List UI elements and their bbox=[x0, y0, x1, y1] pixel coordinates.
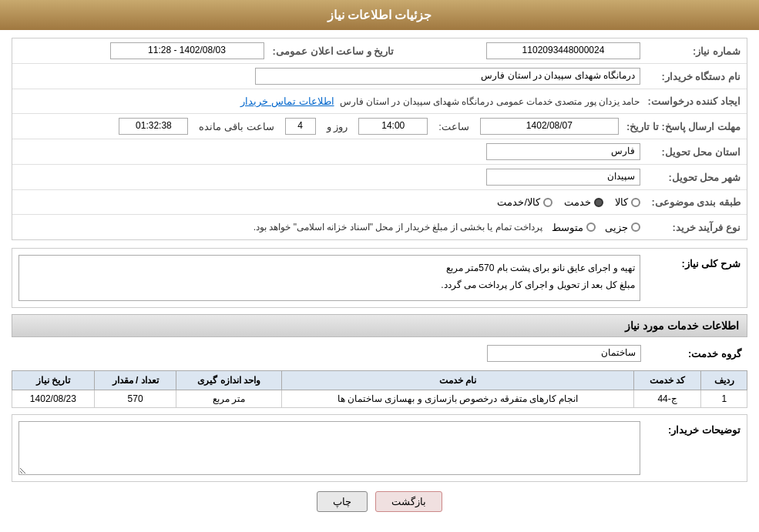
deadline-time-fields: 1402/08/07 ساعت: 14:00 روز و 4 ساعت باقی… bbox=[119, 118, 618, 135]
category-service-label: خدمت bbox=[564, 196, 591, 208]
need-number-label: شماره نیاز: bbox=[640, 45, 741, 57]
table-row: 1 ج-44 انجام کارهای متفرقه درخصوص بازساز… bbox=[12, 390, 747, 408]
category-radio-group: کالا خدمت کالا/خدمت bbox=[497, 196, 640, 208]
description-line2: مبلغ کل بعد از تحویل و اجراى کار پرداخت … bbox=[24, 277, 635, 294]
category-goods-service-radio[interactable] bbox=[543, 198, 552, 207]
page-title: جزئیات اطلاعات نیاز bbox=[327, 8, 432, 22]
buyer-org-label: نام دستگاه خریدار: bbox=[640, 71, 741, 82]
category-goods-radio[interactable] bbox=[631, 198, 640, 207]
city-label: شهر محل تحویل: bbox=[640, 172, 741, 183]
services-table: ردیف کد خدمت نام خدمت واحد اندازه گیری ت… bbox=[12, 370, 747, 408]
need-number-value-cell: 1102093448000024 bbox=[395, 42, 641, 59]
deadline-remaining-field: 01:32:38 bbox=[119, 118, 188, 135]
description-content: تهیه و اجراى عایق نانو براى پشت بام 570م… bbox=[18, 255, 640, 301]
purchase-note-text: پرداخت تمام یا بخشی از مبلغ خریدار از مح… bbox=[254, 222, 542, 233]
announcement-value-cell: 1402/08/03 - 11:28 bbox=[18, 42, 264, 59]
info-section: شماره نیاز: 1102093448000024 تاریخ و ساع… bbox=[12, 38, 747, 240]
group-service-label: گروه خدمت: bbox=[641, 348, 741, 360]
services-title: اطلاعات خدمات مورد نیاز bbox=[625, 320, 739, 332]
cell-row-num: 1 bbox=[701, 390, 747, 408]
group-service-field: ساختمان bbox=[487, 345, 641, 362]
announcement-label: تاریخ و ساعت اعلان عمومی: bbox=[264, 45, 395, 57]
city-field: سپیدان bbox=[486, 169, 640, 186]
page-container: جزئیات اطلاعات نیاز شماره نیاز: 11020934… bbox=[0, 0, 759, 532]
deadline-remaining-label-text: ساعت باقی مانده bbox=[199, 121, 274, 132]
purchase-type-medium-item[interactable]: متوسط bbox=[552, 222, 596, 233]
deadline-date-field: 1402/08/07 bbox=[480, 118, 619, 135]
province-field: فارس bbox=[486, 143, 640, 160]
back-button[interactable]: بازگشت bbox=[375, 491, 442, 512]
description-section: شرح کلی نیاز: تهیه و اجراى عایق نانو برا… bbox=[12, 248, 747, 308]
purchase-type-value-cell: جزیی متوسط پرداخت تمام یا بخشی از مبلغ خ… bbox=[18, 222, 640, 233]
col-service-code: کد خدمت bbox=[633, 371, 701, 390]
col-quantity: تعداد / مقدار bbox=[94, 371, 176, 390]
category-goods-item[interactable]: کالا bbox=[615, 196, 640, 208]
contact-info-link[interactable]: اطلاعات تماس خریدار bbox=[240, 95, 334, 107]
purchase-medium-radio[interactable] bbox=[586, 223, 596, 232]
creator-row: ایجاد کننده درخواست: حامد یزدان پور متصد… bbox=[12, 89, 747, 114]
creator-value-cell: حامد یزدان پور متصدی خدمات عمومی درمانگا… bbox=[18, 95, 640, 107]
category-label: طبقه بندی موضوعی: bbox=[640, 196, 741, 208]
province-row: استان محل تحویل: فارس bbox=[12, 139, 747, 165]
page-header: جزئیات اطلاعات نیاز bbox=[0, 0, 759, 30]
cell-service-code: ج-44 bbox=[633, 390, 701, 408]
table-header-row: ردیف کد خدمت نام خدمت واحد اندازه گیری ت… bbox=[12, 371, 747, 390]
deadline-days-label: روز و bbox=[327, 121, 348, 132]
need-number-row: شماره نیاز: 1102093448000024 تاریخ و ساع… bbox=[12, 38, 747, 64]
buyer-org-field: درمانگاه شهداى سپیدان در استان فارس bbox=[255, 68, 640, 85]
category-service-item[interactable]: خدمت bbox=[564, 196, 603, 208]
deadline-value-cell: 1402/08/07 ساعت: 14:00 روز و 4 ساعت باقی… bbox=[18, 118, 619, 135]
cell-unit: متر مربع bbox=[176, 390, 282, 408]
cell-quantity: 570 bbox=[94, 390, 176, 408]
category-row: طبقه بندی موضوعی: کالا خدمت bbox=[12, 190, 747, 215]
deadline-row: مهلت ارسال پاسخ: تا تاریخ: 1402/08/07 سا… bbox=[12, 114, 747, 139]
deadline-time-label: ساعت: bbox=[438, 121, 469, 132]
col-date: تاریخ نیاز bbox=[12, 371, 95, 390]
cell-date: 1402/08/23 bbox=[12, 390, 95, 408]
purchase-type-row: نوع فرآیند خرید: جزیی متوسط پرداخت تمام … bbox=[12, 215, 747, 239]
description-title: شرح کلی نیاز: bbox=[640, 255, 741, 269]
creator-text: حامد یزدان پور متصدی خدمات عمومی درمانگا… bbox=[340, 96, 640, 107]
cell-service-name: انجام کارهای متفرقه درخصوص بازسازی و بهس… bbox=[282, 390, 634, 408]
deadline-days-field: 4 bbox=[285, 118, 316, 135]
buyer-note-label: توضیحات خریدار: bbox=[640, 421, 741, 436]
category-value-cell: کالا خدمت کالا/خدمت bbox=[18, 196, 640, 208]
print-button[interactable]: چاپ bbox=[317, 491, 368, 512]
purchase-type-options: جزیی متوسط پرداخت تمام یا بخشی از مبلغ خ… bbox=[254, 222, 640, 233]
main-content: شماره نیاز: 1102093448000024 تاریخ و ساع… bbox=[0, 30, 759, 529]
province-label: استان محل تحویل: bbox=[640, 146, 741, 158]
category-goods-service-label: کالا/خدمت bbox=[497, 196, 540, 208]
description-line1: تهیه و اجراى عایق نانو براى پشت بام 570م… bbox=[24, 260, 635, 277]
purchase-type-partial-item[interactable]: جزیی bbox=[605, 222, 640, 233]
buttons-row: بازگشت چاپ bbox=[12, 482, 747, 521]
category-goods-service-item[interactable]: کالا/خدمت bbox=[497, 196, 552, 208]
buyer-org-row: نام دستگاه خریدار: درمانگاه شهداى سپیدان… bbox=[12, 64, 747, 89]
purchase-partial-radio[interactable] bbox=[631, 223, 640, 232]
province-value-cell: فارس bbox=[18, 143, 640, 160]
purchase-type-label: نوع فرآیند خرید: bbox=[640, 222, 741, 233]
creator-label: ایجاد کننده درخواست: bbox=[640, 95, 741, 107]
deadline-label: مهلت ارسال پاسخ: تا تاریخ: bbox=[619, 121, 741, 132]
category-goods-label: کالا bbox=[615, 196, 628, 208]
group-service-row: گروه خدمت: ساختمان bbox=[12, 341, 747, 366]
col-unit: واحد اندازه گیری bbox=[176, 371, 282, 390]
col-row-num: ردیف bbox=[701, 371, 747, 390]
announcement-field: 1402/08/03 - 11:28 bbox=[110, 42, 264, 59]
category-service-radio[interactable] bbox=[594, 198, 603, 207]
need-number-field: 1102093448000024 bbox=[486, 42, 640, 59]
deadline-time-field: 14:00 bbox=[358, 118, 428, 135]
purchase-partial-label: جزیی bbox=[605, 222, 628, 233]
services-section-header: اطلاعات خدمات مورد نیاز bbox=[12, 314, 747, 337]
purchase-medium-label: متوسط bbox=[552, 222, 583, 233]
col-service-name: نام خدمت bbox=[282, 371, 634, 390]
buyer-note-textarea[interactable] bbox=[18, 421, 640, 475]
city-value-cell: سپیدان bbox=[18, 169, 640, 186]
buyer-note-section: توضیحات خریدار: bbox=[12, 414, 747, 482]
buyer-org-value-cell: درمانگاه شهداى سپیدان در استان فارس bbox=[18, 68, 640, 85]
city-row: شهر محل تحویل: سپیدان bbox=[12, 165, 747, 190]
